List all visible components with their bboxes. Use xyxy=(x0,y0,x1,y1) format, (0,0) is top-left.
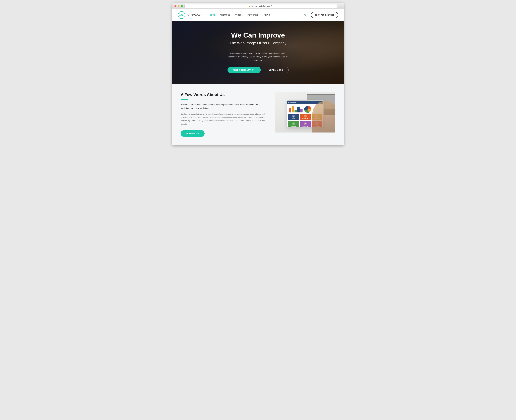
nav-item-pages: PAGES ▾ xyxy=(233,9,245,21)
nav-item-news: NEWS ▾ xyxy=(262,9,273,21)
lock-icon: 🔒 xyxy=(249,5,251,7)
maximize-button[interactable] xyxy=(181,5,183,7)
learn-more-button-about[interactable]: LEARN MORE xyxy=(181,130,205,137)
hero-content: We Can Improve The Web Image Of Your Com… xyxy=(172,21,344,84)
bar-2 xyxy=(292,106,294,112)
keyword-card-icon: 🔑 xyxy=(304,115,307,118)
creative-card-icon: 💡 xyxy=(304,122,307,125)
hero-subtitle: The Web Image Of Your Company xyxy=(230,41,287,45)
free-consultation-button[interactable]: FREE CONSULTATION xyxy=(228,67,261,73)
hero-section: We Can Improve The Web Image Of Your Com… xyxy=(172,21,344,84)
nav-menu: HOME ABOUT US PAGES ▾ FEATURES ▾ xyxy=(207,9,302,21)
chevron-down-icon: ▾ xyxy=(242,9,243,21)
about-section: A Few Words About Us We work in areas as… xyxy=(172,84,344,145)
about-body-text: Our team of specialists consistently del… xyxy=(181,112,267,126)
search-button[interactable]: 🔍 xyxy=(302,14,309,16)
bar-1 xyxy=(289,108,291,112)
minimize-button[interactable] xyxy=(177,5,180,7)
book-service-button[interactable]: BOOK YOUR SERVICE xyxy=(311,12,338,18)
creative-card-label: CREATIVE xyxy=(302,126,308,127)
about-lead-text: We work in areas as diverse as search en… xyxy=(181,103,267,110)
nav-link-features[interactable]: FEATURES ▾ xyxy=(245,9,262,21)
nav-item-about: ABOUT US xyxy=(218,9,233,21)
nav-link-pages[interactable]: PAGES ▾ xyxy=(233,9,245,21)
about-heading: A Few Words About Us xyxy=(181,92,267,97)
pie-chart xyxy=(304,106,311,113)
logo-brand: SEOMarket xyxy=(187,14,201,17)
design-card-icon: ✏ xyxy=(292,122,295,125)
reload-icon[interactable]: ↻ xyxy=(271,5,273,7)
hand-overlay xyxy=(312,101,335,133)
logo-seo-text: SEO xyxy=(179,14,184,16)
hero-description: Every company owner wants to see his/her… xyxy=(228,52,288,62)
logo-brand-bold: SEO xyxy=(187,14,193,17)
learn-more-button-hero[interactable]: LEARN MORE xyxy=(264,67,288,73)
tablet-card-design: ✏ DESIGN xyxy=(288,121,299,128)
about-image: Monthly Sales xyxy=(275,92,335,133)
tablet-mockup: Monthly Sales xyxy=(275,92,335,133)
browser-buttons xyxy=(174,5,183,7)
tablet-card-creative: 💡 CREATIVE xyxy=(300,121,310,128)
hero-divider xyxy=(254,48,262,48)
logo-brand-rest: Market xyxy=(193,14,201,17)
nav-item-home: HOME xyxy=(207,9,218,21)
seo-card-icon: ◎ xyxy=(292,115,295,118)
nav-link-about[interactable]: ABOUT US xyxy=(218,9,233,21)
address-bar[interactable]: 🔒 ld-wp.template-help.com ↻ xyxy=(184,4,337,8)
keyword-card-label: KEYWORD xyxy=(302,118,308,119)
nav-item-features: FEATURES ▾ xyxy=(245,9,262,21)
nav-news-label: NEWS xyxy=(264,9,270,21)
chevron-down-icon-2: ▾ xyxy=(258,9,259,21)
about-text-area: A Few Words About Us We work in areas as… xyxy=(181,92,267,137)
bar-3 xyxy=(295,110,297,112)
hero-title: We Can Improve xyxy=(231,31,285,39)
new-tab-button[interactable]: + xyxy=(339,5,342,8)
tablet-header-text: Monthly Sales xyxy=(288,102,296,103)
logo-link[interactable]: SEO SEOMarket xyxy=(178,11,201,19)
chevron-down-icon-3: ▾ xyxy=(270,9,271,21)
close-button[interactable] xyxy=(174,5,176,7)
bar-5 xyxy=(300,109,302,112)
website-content: SEO SEOMarket HOME ABOUT US PAGES ▾ xyxy=(172,9,344,145)
bar-4 xyxy=(297,107,300,112)
tablet-card-keyword: 🔑 KEYWORD xyxy=(300,114,310,120)
tablet-card-seo: ◎ SEO xyxy=(288,114,299,120)
nav-link-news[interactable]: NEWS ▾ xyxy=(262,9,273,21)
about-divider xyxy=(181,99,188,100)
browser-titlebar: 🔒 ld-wp.template-help.com ↻ + xyxy=(172,3,344,9)
url-text: ld-wp.template-help.com xyxy=(251,5,270,7)
browser-window: 🔒 ld-wp.template-help.com ↻ + SEO SEOMar… xyxy=(172,3,344,145)
design-card-label: DESIGN xyxy=(292,126,296,127)
navbar: SEO SEOMarket HOME ABOUT US PAGES ▾ xyxy=(172,9,344,21)
logo-icon: SEO xyxy=(178,11,185,19)
seo-card-label: SEO xyxy=(293,118,295,119)
nav-pages-label: PAGES xyxy=(235,9,242,21)
nav-link-home[interactable]: HOME xyxy=(207,9,218,21)
hero-buttons: FREE CONSULTATION LEARN MORE xyxy=(228,67,288,73)
nav-features-label: FEATURES xyxy=(248,9,258,21)
